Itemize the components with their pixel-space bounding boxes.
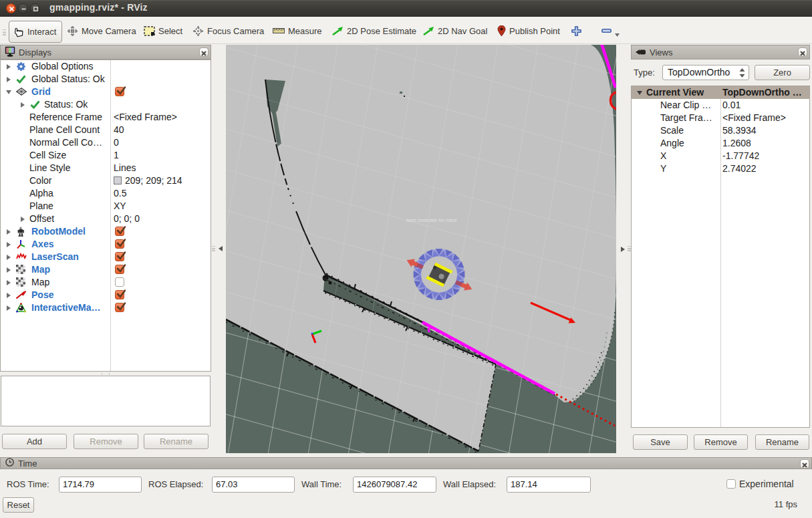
svg-text:twist controller for robot: twist controller for robot: [406, 218, 456, 223]
